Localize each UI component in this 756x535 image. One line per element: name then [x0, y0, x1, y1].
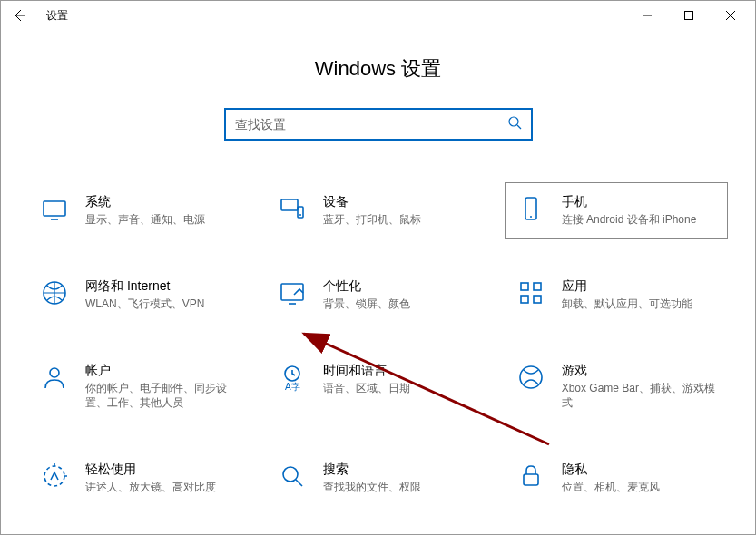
tile-text: 时间和语言语音、区域、日期 — [323, 363, 410, 396]
svg-rect-4 — [298, 207, 303, 218]
tile-apps[interactable]: 应用卸载、默认应用、可选功能 — [505, 267, 728, 324]
accounts-icon — [40, 363, 69, 392]
svg-point-19 — [283, 467, 298, 482]
search-icon — [278, 462, 307, 491]
svg-rect-0 — [685, 12, 693, 20]
tile-text: 系统显示、声音、通知、电源 — [85, 194, 205, 228]
tile-title: 手机 — [562, 194, 697, 210]
ease-icon — [40, 462, 69, 491]
tile-text: 个性化背景、锁屏、颜色 — [323, 278, 410, 312]
tile-network[interactable]: 网络和 InternetWLAN、飞行模式、VPN — [28, 267, 251, 324]
tile-text: 轻松使用讲述人、放大镜、高对比度 — [85, 462, 216, 495]
tile-title: 搜索 — [323, 462, 421, 478]
tile-desc: 背景、锁屏、颜色 — [323, 297, 410, 312]
tile-desc: 位置、相机、麦克风 — [562, 480, 660, 495]
svg-rect-11 — [534, 283, 541, 290]
svg-point-14 — [50, 368, 59, 377]
tile-desc: 卸载、默认应用、可选功能 — [562, 297, 692, 312]
network-icon — [40, 278, 69, 307]
svg-point-5 — [299, 214, 301, 216]
tile-ease[interactable]: 轻松使用讲述人、放大镜、高对比度 — [28, 450, 251, 507]
tile-text: 网络和 InternetWLAN、飞行模式、VPN — [85, 278, 204, 312]
tile-title: 系统 — [85, 194, 205, 210]
svg-point-1 — [509, 117, 518, 126]
maximize-button[interactable] — [668, 1, 710, 30]
tile-text: 搜索查找我的文件、权限 — [323, 462, 421, 495]
close-button[interactable] — [710, 1, 751, 30]
back-arrow-icon — [12, 8, 26, 23]
back-button[interactable] — [5, 1, 34, 30]
tile-gaming[interactable]: 游戏Xbox Game Bar、捕获、游戏模式 — [505, 351, 728, 423]
tile-desc: 讲述人、放大镜、高对比度 — [85, 480, 216, 495]
tile-title: 个性化 — [323, 278, 410, 295]
tile-text: 游戏Xbox Game Bar、捕获、游戏模式 — [562, 363, 716, 412]
titlebar-left: 设置 — [5, 1, 68, 30]
tile-text: 手机连接 Android 设备和 iPhone — [562, 194, 697, 228]
tile-title: 游戏 — [562, 363, 716, 379]
tile-desc: 蓝牙、打印机、鼠标 — [323, 212, 421, 228]
search-icon — [507, 115, 522, 133]
minimize-icon — [643, 11, 652, 20]
svg-rect-9 — [281, 284, 303, 300]
window-controls — [626, 1, 751, 30]
svg-point-17 — [520, 366, 542, 388]
personalize-icon — [278, 278, 307, 307]
search-box[interactable] — [224, 108, 533, 141]
phone-icon — [516, 194, 545, 223]
tile-text: 应用卸载、默认应用、可选功能 — [562, 278, 692, 312]
tile-text: 帐户你的帐户、电子邮件、同步设置、工作、其他人员 — [85, 363, 240, 412]
tile-devices[interactable]: 设备蓝牙、打印机、鼠标 — [266, 182, 489, 239]
system-icon — [40, 194, 69, 223]
maximize-icon — [684, 11, 693, 20]
tile-desc: 显示、声音、通知、电源 — [85, 212, 205, 228]
tile-desc: Xbox Game Bar、捕获、游戏模式 — [562, 381, 716, 412]
svg-rect-12 — [521, 296, 528, 303]
time-icon: A字 — [278, 363, 307, 392]
tile-privacy[interactable]: 隐私位置、相机、麦克风 — [505, 450, 728, 507]
minimize-button[interactable] — [626, 1, 668, 30]
close-icon — [726, 11, 735, 20]
tile-title: 隐私 — [562, 462, 660, 478]
svg-point-7 — [530, 216, 532, 218]
tile-desc: 语音、区域、日期 — [323, 381, 410, 396]
svg-rect-10 — [521, 283, 528, 290]
tile-phone[interactable]: 手机连接 Android 设备和 iPhone — [505, 182, 728, 239]
tile-desc: 查找我的文件、权限 — [323, 480, 421, 495]
tile-title: 网络和 Internet — [85, 278, 204, 295]
tile-accounts[interactable]: 帐户你的帐户、电子邮件、同步设置、工作、其他人员 — [28, 351, 251, 423]
tile-personalize[interactable]: 个性化背景、锁屏、颜色 — [266, 267, 489, 324]
svg-text:A字: A字 — [285, 382, 300, 392]
gaming-icon — [516, 363, 545, 392]
settings-window: 设置 Windows 设置 系统显示、声音、通知、电源设备蓝牙、打印机、鼠标手机… — [0, 0, 756, 535]
svg-rect-3 — [281, 199, 298, 210]
page-title: Windows 设置 — [315, 55, 441, 83]
app-title: 设置 — [46, 8, 68, 24]
tile-search[interactable]: 搜索查找我的文件、权限 — [266, 450, 489, 507]
tile-title: 轻松使用 — [85, 462, 216, 478]
settings-grid: 系统显示、声音、通知、电源设备蓝牙、打印机、鼠标手机连接 Android 设备和… — [1, 182, 755, 507]
svg-rect-20 — [524, 474, 538, 485]
tile-time[interactable]: A字时间和语言语音、区域、日期 — [266, 351, 489, 423]
search-input[interactable] — [235, 117, 507, 131]
apps-icon — [516, 278, 545, 307]
svg-point-18 — [44, 466, 64, 486]
tile-system[interactable]: 系统显示、声音、通知、电源 — [28, 182, 251, 239]
tile-desc: WLAN、飞行模式、VPN — [85, 297, 204, 312]
content: Windows 设置 系统显示、声音、通知、电源设备蓝牙、打印机、鼠标手机连接 … — [1, 30, 755, 534]
svg-rect-2 — [44, 201, 65, 216]
tile-title: 设备 — [323, 194, 421, 210]
tile-text: 设备蓝牙、打印机、鼠标 — [323, 194, 421, 228]
titlebar: 设置 — [1, 1, 755, 30]
devices-icon — [278, 194, 307, 223]
tile-title: 帐户 — [85, 363, 240, 379]
tile-title: 应用 — [562, 278, 692, 295]
privacy-icon — [516, 462, 545, 491]
svg-rect-13 — [534, 296, 541, 303]
tile-title: 时间和语言 — [323, 363, 410, 379]
tile-desc: 连接 Android 设备和 iPhone — [562, 212, 697, 228]
tile-desc: 你的帐户、电子邮件、同步设置、工作、其他人员 — [85, 381, 240, 412]
tile-text: 隐私位置、相机、麦克风 — [562, 462, 660, 495]
